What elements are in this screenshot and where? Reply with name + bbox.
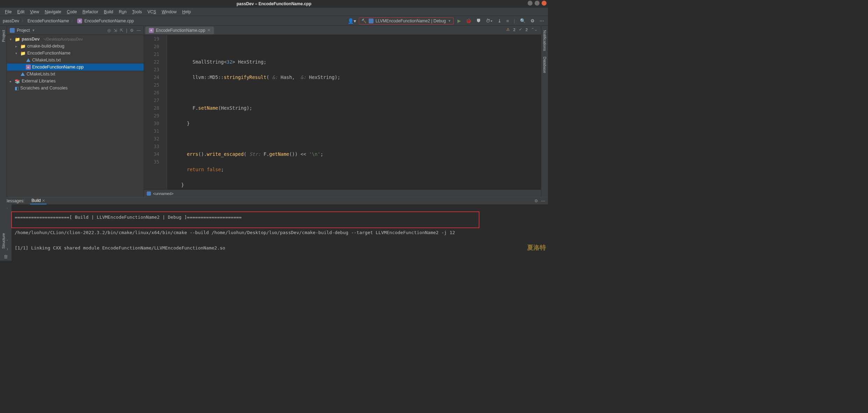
- chevron-right-icon[interactable]: ▸: [15, 44, 19, 48]
- trash-icon[interactable]: 🗑: [3, 254, 8, 259]
- debug-icon[interactable]: 🐞: [465, 18, 472, 23]
- menu-bar: File Edit View Navigate Code Refactor Bu…: [0, 8, 548, 16]
- weak-warning-icon: ✔: [519, 27, 522, 32]
- build-panel: Messages: Build ✕ ⚙ — ↻ ■ ↑ ↓ ↩ 🖶 🗑 ====…: [0, 197, 548, 261]
- warning-icon: ⚠: [506, 27, 510, 32]
- cmake-icon: [26, 58, 31, 63]
- project-tree: ▾ 📁 passDev ~/Desktop/luo/passDev ▸ 📁 cm…: [7, 35, 144, 92]
- folder-icon: 📁: [20, 44, 26, 49]
- gear-icon[interactable]: ⚙: [130, 28, 134, 33]
- fold-column[interactable]: [162, 35, 167, 189]
- notifications-tool-tab[interactable]: Notifications: [542, 27, 548, 54]
- folder-icon: 📁: [20, 51, 26, 56]
- tree-ext-lib[interactable]: ▸ 📚 External Libraries: [7, 78, 144, 85]
- folder-icon: 📁: [15, 37, 20, 42]
- crumb-folder[interactable]: EncodeFunctionName: [28, 19, 69, 23]
- chevron-down-icon[interactable]: ▼: [32, 29, 35, 32]
- tree-cmake-build[interactable]: ▸ 📁 cmake-build-debug: [7, 43, 144, 50]
- tree-cmakelists-1[interactable]: CMakeLists.txt: [7, 57, 144, 64]
- tree-enc-folder[interactable]: ▾ 📁 EncodeFunctionName: [7, 50, 144, 57]
- build-console[interactable]: ====================[ Build | LLVMEncode…: [12, 204, 548, 261]
- tree-root[interactable]: ▾ 📁 passDev ~/Desktop/luo/passDev: [7, 36, 144, 43]
- project-view-icon: [10, 28, 15, 33]
- close-icon[interactable]: [542, 1, 547, 6]
- expand-icon[interactable]: ⇱: [120, 28, 123, 33]
- menu-edit[interactable]: Edit: [15, 9, 27, 14]
- target-icon[interactable]: ◎: [107, 28, 111, 33]
- cpp-file-icon: c: [77, 19, 82, 23]
- tree-enc-cpp[interactable]: c EncodeFunctionName.cpp: [7, 64, 144, 71]
- namespace-crumb[interactable]: <unnamed>: [153, 191, 174, 196]
- code-content[interactable]: SmallString<32> HexString; llvm::MD5::st…: [167, 35, 541, 189]
- menu-tools[interactable]: Tools: [130, 9, 144, 14]
- console-line: ====================[ Build | LLVMEncode…: [15, 213, 545, 221]
- cpp-file-icon: c: [149, 28, 154, 33]
- console-line: [15, 260, 545, 261]
- structure-tool-tab[interactable]: Structure: [1, 230, 6, 252]
- chevron-right-icon: 〉: [21, 18, 26, 24]
- crumb-root[interactable]: passDev: [3, 19, 19, 23]
- line-gutter: 19 20 21 22 23 24 25 26 27 28 29 30 31 3…: [144, 35, 162, 189]
- close-tab-icon[interactable]: ✕: [42, 198, 45, 203]
- menu-code[interactable]: Code: [65, 9, 79, 14]
- namespace-icon: [147, 191, 151, 196]
- tree-cmakelists-2[interactable]: CMakeLists.txt: [7, 71, 144, 78]
- run-icon[interactable]: ▶: [456, 18, 462, 23]
- console-line: /home/luohun/CLion/clion-2022.3.2/bin/cm…: [15, 229, 545, 237]
- collapse-icon[interactable]: ⇲: [114, 28, 117, 33]
- menu-window[interactable]: Window: [160, 9, 179, 14]
- menu-view[interactable]: View: [28, 9, 41, 14]
- search-icon[interactable]: 🔍: [519, 18, 527, 23]
- menu-run[interactable]: Run: [117, 9, 129, 14]
- chevron-down-icon[interactable]: ▾: [15, 51, 19, 55]
- settings-icon[interactable]: ⚙: [529, 18, 536, 23]
- menu-build[interactable]: Build: [102, 9, 115, 14]
- hammer-icon: 🔨: [361, 19, 367, 23]
- user-icon[interactable]: 👤▾: [348, 18, 356, 24]
- target-icon: [369, 19, 374, 23]
- chevron-right-icon: 〉: [71, 18, 75, 24]
- coverage-icon[interactable]: ⛊: [475, 18, 482, 23]
- close-tab-icon[interactable]: ✕: [207, 28, 210, 32]
- toolbar: passDev 〉 EncodeFunctionName 〉 c EncodeF…: [0, 16, 548, 26]
- title-bar: passDev – EncodeFunctionName.cpp: [0, 0, 548, 8]
- run-config-selector[interactable]: 🔨 LLVMEncodeFunctionName2 | Debug ▼: [359, 17, 454, 24]
- tree-scratches[interactable]: ◧ Scratches and Consoles: [7, 85, 144, 92]
- minimize-icon[interactable]: [528, 1, 533, 6]
- crumb-file[interactable]: EncodeFunctionName.cpp: [84, 19, 133, 23]
- profile-icon[interactable]: ⏱▾: [485, 18, 494, 23]
- menu-help[interactable]: Help: [180, 9, 193, 14]
- chevron-up-down-icon[interactable]: ⌃⌄: [531, 27, 537, 32]
- hide-icon[interactable]: —: [541, 198, 545, 203]
- menu-refactor[interactable]: Refactor: [80, 9, 100, 14]
- run-config-label: LLVMEncodeFunctionName2 | Debug: [376, 19, 446, 23]
- editor-tab-enc[interactable]: c EncodeFunctionName.cpp ✕: [145, 27, 214, 34]
- right-tool-gutter: Notifications Database: [541, 26, 548, 197]
- project-tool-tab[interactable]: Project: [1, 27, 6, 45]
- menu-vcs[interactable]: VCS: [145, 9, 158, 14]
- editor-breadcrumb-bar: <unnamed>: [144, 189, 541, 197]
- build-tab[interactable]: Build ✕: [30, 197, 46, 204]
- console-line: [1/1] Linking CXX shared module EncodeFu…: [15, 244, 545, 252]
- project-panel-header: Project ▼ ◎ ⇲ ⇱ | ⚙ —: [7, 26, 144, 35]
- editor-area: c EncodeFunctionName.cpp ✕ ⚠2 ✔2 ⌃⌄ 19 2…: [144, 26, 541, 197]
- project-panel: Project ▼ ◎ ⇲ ⇱ | ⚙ — ▾ 📁 passDev ~/Desk…: [7, 26, 144, 197]
- library-icon: 📚: [15, 79, 20, 84]
- menu-file[interactable]: File: [3, 9, 14, 14]
- code-area[interactable]: 19 20 21 22 23 24 25 26 27 28 29 30 31 3…: [144, 35, 541, 189]
- database-tool-tab[interactable]: Database: [542, 54, 548, 76]
- inspection-widget[interactable]: ⚠2 ✔2 ⌃⌄: [506, 27, 537, 32]
- chevron-down-icon[interactable]: ▾: [10, 37, 13, 41]
- menu-navigate[interactable]: Navigate: [43, 9, 63, 14]
- stop-icon[interactable]: ■: [505, 18, 510, 23]
- scratches-icon: ◧: [15, 86, 19, 91]
- maximize-icon[interactable]: [535, 1, 540, 6]
- window-title: passDev – EncodeFunctionName.cpp: [237, 1, 311, 6]
- gear-icon[interactable]: ⚙: [534, 198, 538, 203]
- chevron-right-icon[interactable]: ▸: [10, 79, 13, 83]
- attach-icon[interactable]: ⤓: [497, 18, 502, 23]
- toolbar-right: 👤▾ 🔨 LLVMEncodeFunctionName2 | Debug ▼ ▶…: [348, 17, 545, 24]
- project-panel-title[interactable]: Project: [17, 28, 30, 33]
- more-icon[interactable]: ⋯: [538, 18, 545, 23]
- hide-icon[interactable]: —: [137, 28, 141, 33]
